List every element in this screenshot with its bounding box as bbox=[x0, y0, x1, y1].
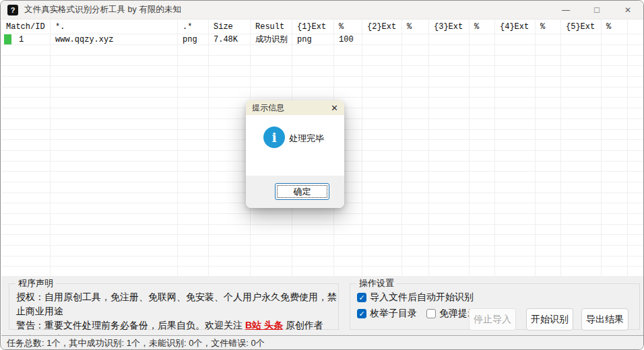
empty-cell bbox=[362, 182, 402, 193]
empty-table-row bbox=[1, 256, 644, 267]
empty-table-row bbox=[1, 45, 644, 56]
empty-cell bbox=[51, 267, 178, 276]
column-header[interactable]: {4}Ext bbox=[495, 20, 536, 34]
column-header[interactable]: *. bbox=[51, 20, 178, 34]
empty-cell bbox=[51, 140, 178, 151]
close-button[interactable]: ✕ bbox=[612, 1, 643, 19]
column-header[interactable]: {3}Ext bbox=[429, 20, 470, 34]
empty-cell bbox=[362, 45, 402, 56]
empty-cell bbox=[470, 235, 495, 246]
checkbox-checked-icon[interactable]: ✓ bbox=[357, 293, 366, 302]
table-filler bbox=[628, 235, 644, 246]
action-button[interactable]: 导出结果 bbox=[581, 308, 629, 330]
column-header[interactable]: % bbox=[470, 20, 495, 34]
empty-cell bbox=[536, 108, 561, 119]
empty-cell bbox=[429, 214, 470, 225]
window-title: 文件真实格式识别分析工具 by 有限的未知 bbox=[24, 4, 181, 15]
maximize-button[interactable]: □ bbox=[581, 1, 612, 19]
empty-cell bbox=[51, 108, 178, 119]
empty-cell bbox=[429, 140, 470, 151]
empty-cell bbox=[209, 214, 251, 225]
empty-cell bbox=[602, 98, 628, 108]
checkbox-label: 导入文件后自动开始识别 bbox=[370, 291, 474, 304]
titlebar[interactable]: ? 文件真实格式识别分析工具 by 有限的未知 — □ ✕ bbox=[1, 1, 643, 20]
empty-cell bbox=[51, 45, 178, 56]
dialog-close-icon[interactable]: ✕ bbox=[331, 103, 338, 113]
empty-cell bbox=[51, 172, 178, 182]
empty-cell bbox=[602, 77, 628, 88]
empty-cell bbox=[561, 267, 602, 276]
empty-cell bbox=[561, 98, 602, 108]
column-header[interactable]: Result bbox=[251, 20, 292, 34]
empty-cell bbox=[561, 193, 602, 204]
empty-cell bbox=[251, 246, 292, 256]
dialog-titlebar[interactable]: 提示信息 ✕ bbox=[246, 100, 344, 115]
checkbox-option[interactable]: ✓枚举子目录 bbox=[357, 308, 417, 320]
column-header[interactable]: % bbox=[334, 20, 362, 34]
empty-cell bbox=[495, 162, 536, 172]
empty-cell bbox=[292, 235, 334, 246]
empty-cell bbox=[51, 77, 178, 88]
empty-cell bbox=[178, 66, 209, 77]
empty-cell bbox=[362, 66, 402, 77]
empty-cell bbox=[429, 193, 470, 204]
empty-cell bbox=[429, 162, 470, 172]
minimize-button[interactable]: — bbox=[550, 1, 581, 19]
ok-button[interactable]: 确定 bbox=[275, 183, 329, 200]
empty-cell bbox=[470, 172, 495, 182]
empty-cell bbox=[602, 108, 628, 119]
window-controls: — □ ✕ bbox=[550, 1, 643, 19]
empty-cell bbox=[602, 172, 628, 182]
column-header[interactable]: .* bbox=[178, 20, 209, 34]
empty-cell bbox=[495, 151, 536, 162]
empty-cell bbox=[495, 193, 536, 204]
declaration-legend: 程序声明 bbox=[15, 277, 56, 289]
empty-cell bbox=[495, 66, 536, 77]
empty-cell bbox=[429, 98, 470, 108]
checkbox-option[interactable]: ✓导入文件后自动开始识别 bbox=[357, 291, 474, 304]
table-row[interactable]: 1www.qqzy.xyzpng7.48K成功识别png100 bbox=[1, 34, 644, 45]
empty-cell bbox=[51, 88, 178, 98]
empty-cell bbox=[362, 214, 402, 225]
action-button[interactable]: 停止导入 bbox=[469, 308, 516, 330]
column-header[interactable]: {5}Ext bbox=[561, 20, 602, 34]
empty-cell bbox=[362, 203, 402, 214]
empty-cell bbox=[209, 203, 251, 214]
column-header[interactable]: {2}Ext bbox=[362, 20, 402, 34]
column-header[interactable]: % bbox=[602, 20, 628, 34]
empty-cell bbox=[1, 56, 51, 67]
empty-cell bbox=[561, 119, 602, 130]
empty-cell bbox=[209, 225, 251, 236]
empty-cell bbox=[1, 98, 51, 108]
bilibili-toutiao-link[interactable]: B站 头条 bbox=[245, 320, 283, 330]
column-header[interactable]: Size bbox=[209, 20, 251, 34]
empty-cell bbox=[470, 182, 495, 193]
empty-cell bbox=[470, 193, 495, 204]
checkbox-unchecked-icon[interactable] bbox=[426, 309, 436, 318]
empty-cell bbox=[292, 246, 334, 256]
empty-cell bbox=[362, 108, 402, 119]
empty-cell bbox=[251, 45, 292, 56]
operation-settings-group: 操作设置 ✓导入文件后自动开始识别 ✓枚举子目录免弹提示 停止导入开始识别导出结… bbox=[350, 277, 640, 330]
empty-cell bbox=[495, 45, 536, 56]
empty-cell bbox=[429, 225, 470, 236]
empty-cell bbox=[561, 130, 602, 141]
column-header[interactable]: {1}Ext bbox=[292, 20, 334, 34]
column-header[interactable]: Match/ID bbox=[1, 20, 51, 34]
empty-cell bbox=[561, 172, 602, 182]
empty-cell bbox=[209, 119, 251, 130]
empty-cell bbox=[602, 151, 628, 162]
empty-cell bbox=[470, 119, 495, 130]
checkbox-checked-icon[interactable]: ✓ bbox=[357, 309, 366, 318]
empty-cell bbox=[402, 267, 429, 276]
action-button[interactable]: 开始识别 bbox=[526, 308, 573, 330]
empty-cell bbox=[536, 182, 561, 193]
empty-cell bbox=[602, 119, 628, 130]
empty-cell bbox=[470, 267, 495, 276]
empty-cell bbox=[178, 267, 209, 276]
column-header[interactable]: % bbox=[402, 20, 429, 34]
app-icon[interactable]: ? bbox=[7, 5, 18, 15]
table-filler bbox=[628, 140, 644, 151]
column-header[interactable]: % bbox=[536, 20, 561, 34]
empty-cell bbox=[334, 267, 362, 276]
